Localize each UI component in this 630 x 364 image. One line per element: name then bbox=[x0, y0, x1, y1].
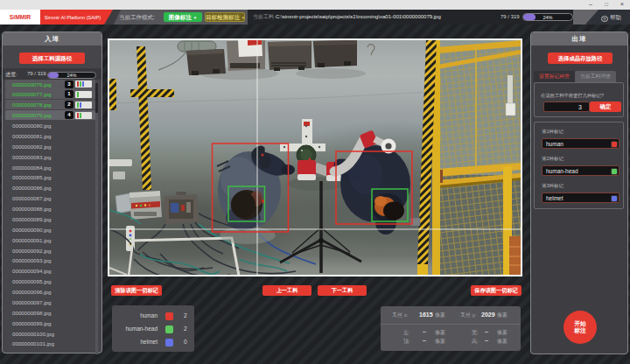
svg-text:Simmir AI Platform (SAIP): Simmir AI Platform (SAIP) bbox=[45, 15, 101, 20]
